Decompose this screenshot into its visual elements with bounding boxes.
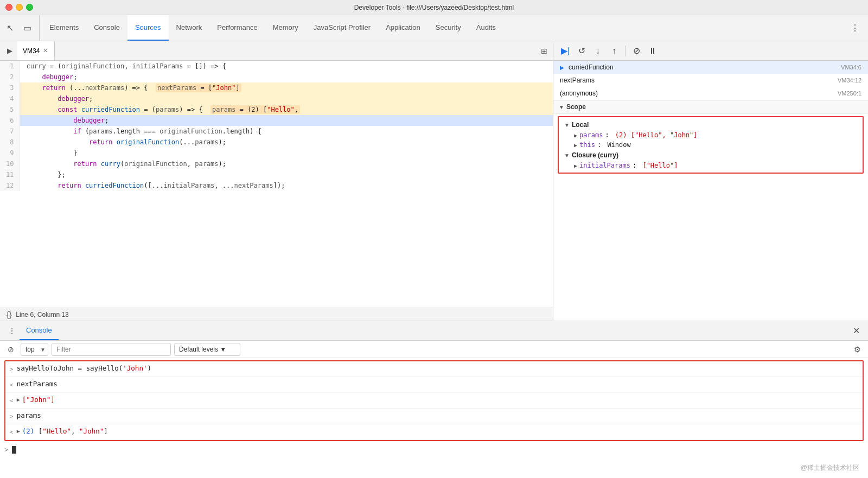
step-out-button[interactable]: ↑	[607, 43, 622, 59]
cursor-icon[interactable]: ↖	[2, 21, 17, 36]
main-tab-bar: ↖ ▭ Elements Console Sources Network Per…	[0, 15, 868, 41]
resume-button[interactable]: ▶|	[558, 43, 573, 59]
editor-tab-vm34[interactable]: VM34 ✕	[17, 41, 55, 60]
pause-on-exceptions-button[interactable]: ⏸	[645, 43, 660, 59]
console-prompt-symbol: >	[4, 445, 9, 454]
scope-expand-icon: ▶	[574, 163, 577, 169]
debugger-panel: ▶| ↺ ↓ ↑ ⊘ ⏸ ▶ curriedFunction VM34:6 ne…	[553, 41, 868, 321]
level-select-wrapper: Default levels ▼	[174, 343, 240, 356]
list-item: < nextParams	[5, 377, 863, 393]
console-close-button[interactable]: ✕	[848, 323, 864, 339]
scope-closure-expand-icon: ▼	[564, 152, 570, 158]
cs-function-name: curriedFunction	[569, 63, 837, 71]
watermark: @稀土掘金技术社区	[801, 463, 859, 473]
call-stack-item[interactable]: nextParams VM34:12	[553, 74, 868, 87]
line-code: return (...nextParams) => { nextParams =…	[20, 82, 553, 93]
editor-tab-name: VM34	[23, 47, 40, 55]
table-row: 4 debugger;	[0, 93, 553, 104]
console-expand-icon[interactable]: ▶	[17, 394, 20, 405]
level-selector[interactable]: Default levels ▼	[174, 343, 240, 356]
deactivate-breakpoints-button[interactable]: ⊘	[629, 43, 644, 59]
console-red-box: > sayHelloToJohn = sayHello('John') < ne…	[4, 360, 864, 441]
tab-elements[interactable]: Elements	[42, 15, 86, 41]
line-number: 3	[0, 82, 20, 93]
tab-audits[interactable]: Audits	[469, 15, 503, 41]
line-code: return curry(originalFunction, params);	[20, 158, 553, 169]
console-output-text: params	[17, 410, 41, 421]
table-row: 12 return curriedFunction([...initialPar…	[0, 180, 553, 191]
list-item: > sayHelloToJohn = sayHello('John')	[5, 361, 863, 377]
cursor-position: Line 6, Column 13	[16, 311, 68, 318]
tab-security[interactable]: Security	[428, 15, 469, 41]
maximize-button[interactable]	[26, 4, 33, 11]
step-into-button[interactable]: ↓	[590, 43, 605, 59]
scope-entry-this[interactable]: ▶ this : Window	[559, 140, 863, 150]
call-stack-item[interactable]: (anonymous) VM250:1	[553, 87, 868, 100]
devtools-container: ↖ ▭ Elements Console Sources Network Per…	[0, 15, 868, 478]
line-code: };	[20, 169, 553, 180]
call-stack-item[interactable]: ▶ curriedFunction VM34:6	[553, 61, 868, 74]
tab-application[interactable]: Application	[378, 15, 428, 41]
cs-arrow-icon: ▶	[560, 65, 564, 71]
scope-local-expand-icon: ▼	[564, 122, 570, 128]
console-prompt-area[interactable]: >	[0, 443, 868, 456]
code-table: 1 curry = (originalFunction, initialPara…	[0, 61, 553, 191]
scope-closure-header[interactable]: ▼ Closure (curry)	[559, 150, 863, 161]
code-editor[interactable]: 1 curry = (originalFunction, initialPara…	[0, 61, 553, 308]
tab-network[interactable]: Network	[169, 15, 210, 41]
console-output-arrow: >	[10, 411, 14, 422]
scope-local-header[interactable]: ▼ Local	[559, 119, 863, 130]
list-item: > params	[5, 409, 863, 424]
device-toolbar-icon[interactable]: ▭	[20, 21, 35, 36]
table-row: 8 return originalFunction(...params);	[0, 137, 553, 148]
list-item: < ▶ (2) ["Hello", "John"]	[5, 424, 863, 440]
line-code: curry = (originalFunction, initialParams…	[20, 61, 553, 72]
cs-location: VM34:6	[841, 64, 861, 71]
stream-icon[interactable]: ⊞	[538, 44, 551, 58]
scope-value: (2) ["Hello", "John"]	[615, 131, 698, 139]
line-number: 12	[0, 180, 20, 191]
scope-entry-initialparams[interactable]: ▶ initialParams : ["Hello"]	[559, 161, 863, 170]
scope-section-header[interactable]: ▼ Scope	[553, 100, 868, 114]
line-code: }	[20, 148, 553, 158]
table-row: 3 return (...nextParams) => { nextParams…	[0, 82, 553, 93]
minimize-button[interactable]	[16, 4, 23, 11]
clear-console-button[interactable]: ⊘	[4, 343, 17, 356]
call-stack-section: ▶ curriedFunction VM34:6 nextParams VM34…	[553, 61, 868, 100]
scope-entry-params[interactable]: ▶ params : (2) ["Hello", "John"]	[559, 130, 863, 140]
table-row: 5 const curriedFunction = (params) => { …	[0, 104, 553, 115]
scope-colon: :	[605, 131, 612, 139]
more-options-icon[interactable]: ⋮	[847, 21, 863, 36]
console-tab-label: Console	[26, 326, 52, 334]
tab-console[interactable]: Console	[86, 15, 127, 41]
filter-input[interactable]	[52, 343, 171, 356]
table-row: 9 }	[0, 148, 553, 158]
close-button[interactable]	[5, 4, 12, 11]
table-row: 2 debugger;	[0, 72, 553, 82]
step-over-button[interactable]: ↺	[574, 43, 589, 59]
scope-value: ["Hello"]	[642, 162, 678, 169]
scope-expand-icon: ▶	[574, 142, 577, 148]
tab-js-profiler[interactable]: JavaScript Profiler	[306, 15, 378, 41]
editor-tab-close[interactable]: ✕	[42, 47, 49, 55]
main-area: ▶ VM34 ✕ ⊞ 1 curry = (originalFunction, …	[0, 41, 868, 321]
navigator-icon[interactable]: ▶	[2, 43, 17, 59]
table-row: 7 if (params.length === originalFunction…	[0, 126, 553, 137]
console-output-text: nextParams	[17, 379, 58, 390]
console-tab[interactable]: Console	[20, 321, 59, 340]
console-input-arrow: >	[10, 364, 14, 375]
tab-sources[interactable]: Sources	[127, 15, 169, 41]
editor-tab-bar: ▶ VM34 ✕ ⊞	[0, 41, 553, 61]
line-number: 10	[0, 158, 20, 169]
console-settings-icon[interactable]: ⚙	[851, 343, 864, 356]
line-number: 7	[0, 126, 20, 137]
console-return-arrow: <	[10, 427, 14, 438]
console-expand-icon[interactable]: ▶	[17, 426, 20, 437]
line-code: return curriedFunction([...initialParams…	[20, 180, 553, 191]
tab-memory[interactable]: Memory	[265, 15, 306, 41]
context-selector[interactable]: top	[21, 343, 48, 356]
scope-key: params	[579, 131, 603, 139]
console-options-icon[interactable]: ⋮	[4, 323, 20, 339]
line-number: 9	[0, 148, 20, 158]
tab-performance[interactable]: Performance	[209, 15, 265, 41]
